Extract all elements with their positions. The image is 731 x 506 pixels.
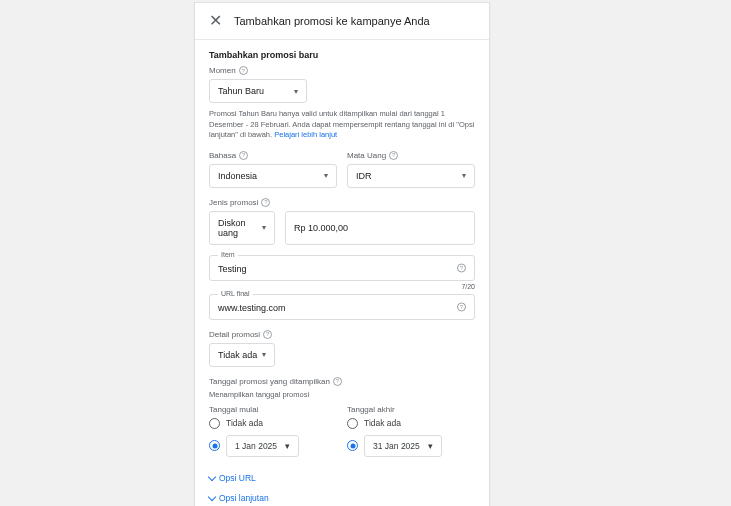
detail-label: Detail promosi <box>209 330 475 339</box>
amount-input[interactable]: Rp 10.000,00 <box>285 211 475 245</box>
radio-checked-icon <box>347 440 358 451</box>
start-date-select[interactable]: 1 Jan 2025 ▾ <box>226 435 299 457</box>
currency-select[interactable]: IDR ▾ <box>347 164 475 188</box>
help-icon[interactable] <box>239 66 248 75</box>
close-icon[interactable]: ✕ <box>209 13 222 29</box>
chevron-down-icon: ▾ <box>428 441 433 451</box>
end-none-radio[interactable]: Tidak ada <box>347 418 475 429</box>
currency-label: Mata Uang <box>347 151 475 160</box>
dialog-body: Tambahkan promosi baru Momen Tahun Baru … <box>195 40 489 506</box>
start-none-radio[interactable]: Tidak ada <box>209 418 337 429</box>
help-icon[interactable] <box>263 330 272 339</box>
language-label: Bahasa <box>209 151 337 160</box>
help-icon[interactable] <box>261 198 270 207</box>
end-date-label: Tanggal akhir <box>347 405 475 414</box>
advanced-options-toggle[interactable]: Opsi lanjutan <box>209 493 475 503</box>
radio-checked-icon <box>209 440 220 451</box>
url-field[interactable]: URL final www.testing.com <box>209 294 475 320</box>
learn-more-link[interactable]: Pelajari lebih lanjut <box>274 130 337 139</box>
radio-icon <box>347 418 358 429</box>
help-icon[interactable] <box>333 377 342 386</box>
end-date-select[interactable]: 31 Jan 2025 ▾ <box>364 435 442 457</box>
chevron-down-icon: ▾ <box>294 87 298 96</box>
chevron-down-icon: ▾ <box>462 171 466 180</box>
radio-icon <box>209 418 220 429</box>
end-date-radio[interactable]: 31 Jan 2025 ▾ <box>347 435 475 457</box>
help-icon[interactable] <box>389 151 398 160</box>
moment-label: Momen <box>209 66 475 75</box>
start-date-radio[interactable]: 1 Jan 2025 ▾ <box>209 435 337 457</box>
date-range-sub: Menampilkan tanggal promosi <box>209 390 475 399</box>
chevron-down-icon: ▾ <box>324 171 328 180</box>
language-select[interactable]: Indonesia ▾ <box>209 164 337 188</box>
dialog-title: Tambahkan promosi ke kampanye Anda <box>234 15 430 27</box>
chevron-down-icon <box>208 492 216 500</box>
date-range-label: Tanggal promosi yang ditampilkan <box>209 377 475 386</box>
chevron-down-icon: ▾ <box>262 350 266 359</box>
moment-helper-text: Promosi Tahun Baru hanya valid untuk dit… <box>209 109 475 141</box>
item-counter: 7/20 <box>209 283 475 290</box>
chevron-down-icon <box>208 472 216 480</box>
detail-select[interactable]: Tidak ada ▾ <box>209 343 275 367</box>
dialog-header: ✕ Tambahkan promosi ke kampanye Anda <box>195 3 489 40</box>
item-field[interactable]: Item Testing <box>209 255 475 281</box>
help-icon[interactable] <box>457 263 466 272</box>
dialog-panel: ✕ Tambahkan promosi ke kampanye Anda Tam… <box>194 2 490 506</box>
section-new-promo-title: Tambahkan promosi baru <box>209 50 475 60</box>
promo-type-select[interactable]: Diskon uang ▾ <box>209 211 275 245</box>
help-icon[interactable] <box>457 302 466 311</box>
chevron-down-icon: ▾ <box>262 223 266 232</box>
moment-select[interactable]: Tahun Baru ▾ <box>209 79 307 103</box>
start-date-label: Tanggal mulai <box>209 405 337 414</box>
help-icon[interactable] <box>239 151 248 160</box>
url-options-toggle[interactable]: Opsi URL <box>209 473 475 483</box>
promo-type-label: Jenis promosi <box>209 198 475 207</box>
chevron-down-icon: ▾ <box>285 441 290 451</box>
